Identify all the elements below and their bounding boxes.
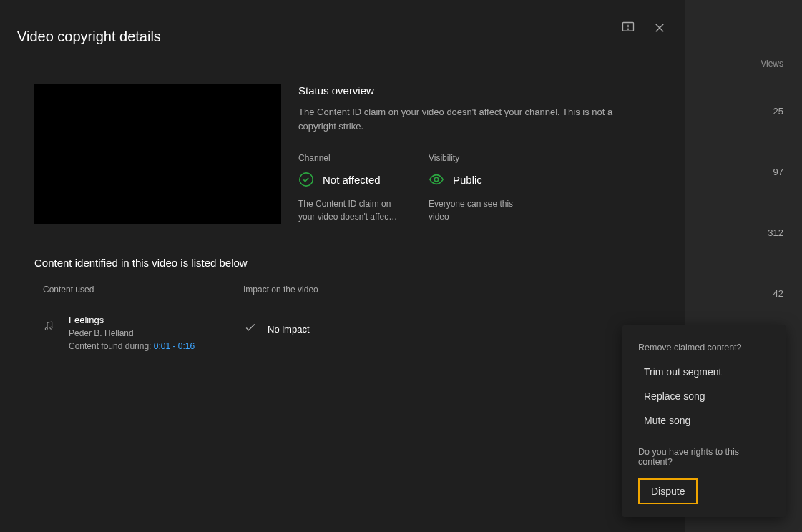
claim-found-during: Content found during: 0:01 - 0:16 <box>69 341 243 351</box>
views-column-header: Views <box>685 59 783 69</box>
svg-point-2 <box>628 29 629 29</box>
column-content-used: Content used <box>43 285 243 295</box>
music-note-icon <box>43 315 57 335</box>
view-count: 25 <box>685 106 783 117</box>
svg-point-7 <box>45 328 47 330</box>
dispute-button[interactable]: Dispute <box>638 478 698 504</box>
svg-point-5 <box>300 173 313 186</box>
channel-label: Channel <box>298 153 406 163</box>
video-thumbnail[interactable] <box>34 84 281 224</box>
mute-song-option[interactable]: Mute song <box>622 408 786 433</box>
view-count: 312 <box>685 227 783 238</box>
claim-actions-menu: Remove claimed content? Trim out segment… <box>622 325 786 517</box>
overview-heading: Status overview <box>298 84 651 97</box>
overview-description: The Content ID claim on your video doesn… <box>298 105 651 133</box>
rights-question-label: Do you have rights to this content? <box>622 443 786 474</box>
close-icon[interactable] <box>651 19 668 36</box>
svg-point-6 <box>434 177 439 182</box>
claim-artist: Peder B. Helland <box>69 328 243 338</box>
visibility-label: Visibility <box>429 153 536 163</box>
identified-content-heading: Content identified in this video is list… <box>34 257 651 269</box>
svg-point-8 <box>50 327 52 329</box>
view-count: 42 <box>685 288 783 299</box>
channel-status-desc: The Content ID claim on your video doesn… <box>298 197 406 223</box>
visibility-value: Public <box>453 174 482 186</box>
status-overview: Status overview The Content ID claim on … <box>298 84 651 224</box>
eye-icon <box>429 172 444 187</box>
dialog-title: Video copyright details <box>17 21 161 45</box>
column-impact: Impact on the video <box>243 285 651 295</box>
checkmark-icon <box>243 320 258 338</box>
remove-claimed-label: Remove claimed content? <box>622 338 786 360</box>
channel-status-card: Channel Not affected The Content ID clai… <box>298 153 406 223</box>
check-circle-icon <box>298 172 314 187</box>
view-count: 97 <box>685 167 783 177</box>
trim-segment-option[interactable]: Trim out segment <box>622 360 786 384</box>
feedback-icon[interactable] <box>620 19 637 36</box>
impact-value: No impact <box>268 324 310 335</box>
claim-row[interactable]: Feelings Peder B. Helland Content found … <box>34 315 651 351</box>
claim-song-title: Feelings <box>69 315 243 325</box>
replace-song-option[interactable]: Replace song <box>622 384 786 408</box>
copyright-details-dialog: Video copyright details Status overvi <box>0 0 685 532</box>
visibility-desc: Everyone can see this video <box>429 197 536 223</box>
channel-status-value: Not affected <box>323 174 381 186</box>
visibility-status-card: Visibility Public Everyone can see this … <box>429 153 536 223</box>
claim-timestamp-link[interactable]: 0:01 - 0:16 <box>154 341 195 351</box>
